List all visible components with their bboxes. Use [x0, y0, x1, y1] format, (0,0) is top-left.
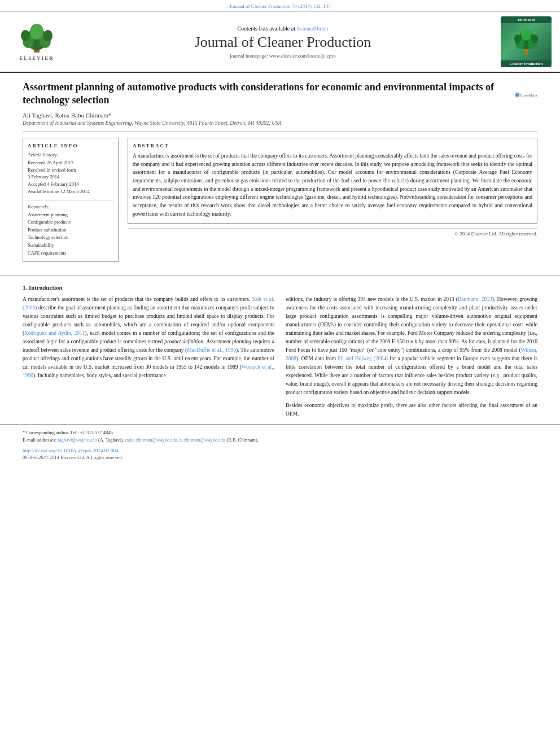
intro-right-para-1: editions, the industry is offering 394 n…	[286, 295, 537, 397]
history-item-4: Accepted 4 February 2014	[28, 181, 113, 188]
issn-text: 0959-6526/© 2014 Elsevier Ltd. All right…	[23, 455, 537, 460]
article-content: Assortment planning of automotive produc…	[0, 73, 560, 268]
abstract-box: ABSTRACT A manufacturer's assortment is …	[128, 138, 537, 224]
homepage-text: journal homepage: www.elsevier.com/locat…	[230, 53, 335, 59]
elsevier-logo-section: ELSEVIER	[6, 16, 68, 67]
svg-point-6	[43, 30, 53, 41]
kok-link[interactable]: Kök et al. (2008)	[23, 296, 274, 311]
article-info-box: ARTICLE INFO Article history: Received 2…	[23, 138, 119, 262]
abstract-text: A manufacturer's assortment is the set o…	[133, 152, 532, 219]
footnote-email: E-mail addresses: taghavi@wayne.edu (A. …	[23, 436, 537, 444]
email-chinnam-2[interactable]: r_chinnam@wayne.edu	[180, 437, 225, 443]
article-info-abstract: ARTICLE INFO Article history: Received 2…	[23, 138, 537, 262]
baumann-link[interactable]: Baumann, 2013	[458, 296, 492, 302]
badge-tree-icon	[512, 28, 540, 56]
journal-top-bar: Journal of Cleaner Production 70 (2014) …	[0, 0, 560, 12]
footnote-area: * Corresponding author. Tel.: +1 313 577…	[0, 424, 560, 444]
contents-text: Contents lists available at	[237, 25, 295, 32]
article-title-text: Assortment planning of automotive produc…	[23, 81, 509, 126]
history-item-1: Received 26 April 2013	[28, 159, 113, 167]
svg-point-4	[30, 24, 43, 40]
keyword-6: CAFE requirements	[28, 250, 113, 257]
article-info-heading: ARTICLE INFO	[28, 143, 113, 148]
journal-badge-section: Journal of Cleaner Production	[498, 16, 554, 67]
history-item-5: Available online 12 March 2014	[28, 188, 113, 195]
article-title: Assortment planning of automotive produc…	[23, 81, 509, 107]
intro-left-column: A manufacturer's assortment is the set o…	[23, 295, 274, 418]
elsevier-tree-icon	[17, 23, 56, 54]
article-affiliation: Department of Industrial and Systems Eng…	[23, 120, 509, 126]
introduction-section: 1. Introduction A manufacturer's assortm…	[0, 284, 560, 418]
email-chinnam[interactable]: ratna.chinnam@wayne.edu	[125, 437, 177, 443]
crossmark-badge: ✓ CrossMark	[515, 84, 537, 106]
cleaner-production-badge: Journal of Cleaner Production	[501, 16, 552, 67]
sciencedirect-link[interactable]: ScienceDirect	[296, 25, 328, 32]
intro-two-col: A manufacturer's assortment is the set o…	[23, 295, 537, 418]
crossmark-icon: ✓	[515, 84, 520, 106]
svg-point-11	[521, 28, 531, 41]
intro-right-para-2: Besides economic objectives to maximize …	[286, 401, 537, 418]
svg-point-12	[514, 34, 521, 43]
womack-link[interactable]: Womack et al., 1990	[23, 364, 274, 378]
keyword-5: Sustainability	[28, 242, 113, 250]
left-column: ARTICLE INFO Article history: Received 2…	[23, 138, 119, 262]
section-title: 1. Introduction	[23, 284, 537, 291]
badge-image	[511, 23, 541, 60]
doi-link[interactable]: http://dx.doi.org/10.1016/j.jclepro.2014…	[23, 448, 119, 453]
badge-header: Journal of	[501, 16, 552, 23]
intro-right-column: editions, the industry is offering 394 n…	[286, 295, 537, 418]
abstract-heading: ABSTRACT	[133, 143, 532, 148]
history-item-2: Received in revised form	[28, 167, 113, 174]
contents-line: Contents lists available at ScienceDirec…	[237, 25, 328, 32]
copyright-line: © 2014 Elsevier Ltd. All rights reserved…	[128, 228, 537, 237]
keywords-section: Keywords: Assortment planning Configurab…	[28, 200, 113, 257]
crossmark-label: CrossMark	[520, 93, 537, 98]
svg-point-5	[21, 30, 30, 41]
article-history-title: Article history:	[28, 152, 113, 158]
journal-header: ELSEVIER Contents lists available at Sci…	[0, 12, 560, 73]
svg-text:✓: ✓	[517, 94, 518, 96]
footnote-corresponding: * Corresponding author. Tel.: +1 313 577…	[23, 429, 537, 436]
journal-title-section: Contents lists available at ScienceDirec…	[73, 16, 492, 67]
wilson-link[interactable]: Wilson, 2008	[286, 347, 537, 361]
keywords-title: Keywords:	[28, 204, 113, 209]
elsevier-wordmark: ELSEVIER	[19, 55, 54, 61]
rodriguez-link[interactable]: Rodriguez and Aydin, 2011	[24, 330, 85, 336]
doi-area: http://dx.doi.org/10.1016/j.jclepro.2014…	[0, 444, 560, 462]
keyword-1: Assortment planning	[28, 211, 113, 219]
article-history: Article history: Received 26 April 2013 …	[28, 152, 113, 195]
journal-title: Journal of Cleaner Production	[195, 34, 371, 51]
svg-point-13	[531, 34, 538, 43]
journal-citation: Journal of Cleaner Production 70 (2014) …	[229, 3, 330, 9]
intro-left-para: A manufacturer's assortment is the set o…	[23, 295, 274, 380]
macduffie-link[interactable]: MacDuffie et al., 1996	[187, 347, 236, 353]
badge-title: Cleaner Production	[501, 60, 552, 67]
right-column: ABSTRACT A manufacturer's assortment is …	[128, 138, 537, 262]
section-separator	[0, 276, 560, 276]
pil-link[interactable]: Pil and Holweg (2004)	[338, 356, 388, 361]
history-item-3: 3 February 2014	[28, 173, 113, 181]
email-taghavi[interactable]: taghavi@wayne.edu	[58, 437, 97, 443]
keyword-3: Product substitution	[28, 226, 113, 234]
keyword-2: Configurable products	[28, 219, 113, 226]
keyword-4: Technology selection	[28, 234, 113, 242]
journal-homepage: journal homepage: www.elsevier.com/locat…	[230, 53, 335, 59]
svg-rect-7	[524, 49, 528, 55]
article-authors: Ali Taghavi, Ratna Babu Chinnam*	[23, 112, 509, 119]
elsevier-logo: ELSEVIER	[17, 23, 56, 61]
article-title-section: Assortment planning of automotive produc…	[23, 81, 537, 132]
